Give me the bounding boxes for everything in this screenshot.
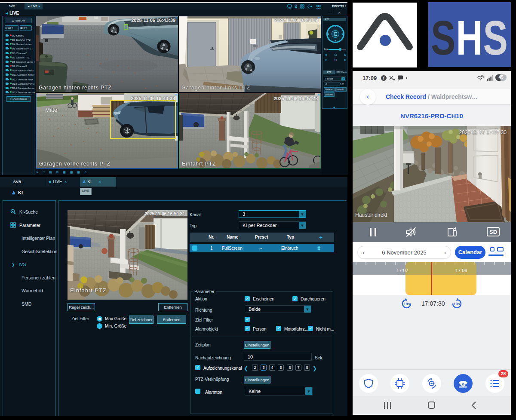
svg-text:10s: 10s (403, 302, 410, 306)
svg-text:10s: 10s (453, 302, 460, 306)
